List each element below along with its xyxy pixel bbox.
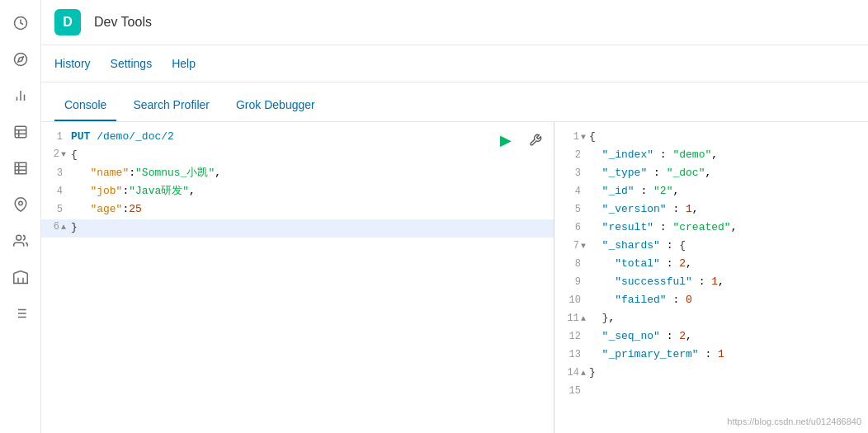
nav-help[interactable]: Help — [172, 54, 196, 73]
run-button[interactable]: ▶ — [494, 129, 517, 152]
tabs-bar: Console Search Profiler Grok Debugger — [41, 82, 868, 122]
clock-icon[interactable] — [6, 8, 35, 38]
code-line-5: 5 "age":25 — [41, 201, 554, 219]
sidebar — [0, 0, 41, 433]
app-logo: D — [54, 9, 81, 35]
output-line-7: 7▼ "_shards" : { — [554, 238, 868, 256]
stack-icon[interactable] — [6, 262, 35, 292]
table-icon[interactable] — [6, 117, 35, 147]
svg-point-14 — [18, 201, 22, 205]
output-code: 1▼ { 2 "_index" : "demo", 3 "_type" : "_… — [554, 122, 868, 433]
building-icon[interactable] — [6, 153, 35, 183]
output-panel: 1▼ { 2 "_index" : "demo", 3 "_type" : "_… — [554, 122, 868, 433]
code-line-4: 4 "job":"Java研发", — [41, 183, 554, 201]
output-line-3: 3 "_type" : "_doc", — [554, 165, 868, 183]
wrench-button[interactable] — [524, 129, 547, 152]
output-line-1: 1▼ { — [554, 129, 868, 147]
list-icon[interactable] — [6, 299, 35, 328]
code-line-6: 6▲ } — [41, 219, 554, 238]
app-title: Dev Tools — [94, 15, 152, 30]
svg-rect-6 — [15, 126, 26, 138]
output-line-14: 14▲ } — [554, 365, 868, 383]
nav-settings[interactable]: Settings — [111, 54, 153, 73]
svg-marker-2 — [17, 57, 22, 62]
watermark: https://blog.csdn.net/u012486840 — [727, 417, 861, 426]
editor-area: ▶ 1 PUT /demo/_doc/2 2▼ { 3 — [41, 122, 868, 433]
tab-console[interactable]: Console — [54, 90, 116, 121]
map-pin-icon[interactable] — [6, 190, 35, 219]
output-line-8: 8 "total" : 2, — [554, 256, 868, 274]
main-content: D Dev Tools History Settings Help Consol… — [41, 0, 868, 433]
output-line-15: 15 — [554, 383, 868, 401]
output-line-2: 2 "_index" : "demo", — [554, 147, 868, 165]
tab-search-profiler[interactable]: Search Profiler — [123, 90, 219, 121]
code-line-3: 3 "name":"Somnus_小凯", — [41, 165, 554, 183]
svg-point-1 — [14, 54, 26, 66]
output-line-10: 10 "failed" : 0 — [554, 292, 868, 310]
code-line-2: 2▼ { — [41, 147, 554, 165]
chart-icon[interactable] — [6, 81, 35, 111]
svg-rect-10 — [15, 162, 26, 174]
people-icon[interactable] — [6, 226, 35, 256]
output-line-13: 13 "_primary_term" : 1 — [554, 346, 868, 365]
nav-history[interactable]: History — [54, 54, 91, 73]
svg-point-15 — [16, 235, 21, 240]
code-editor[interactable]: 1 PUT /demo/_doc/2 2▼ { 3 "name":"Somnus… — [41, 122, 554, 433]
input-panel: ▶ 1 PUT /demo/_doc/2 2▼ { 3 — [41, 122, 554, 433]
output-line-12: 12 "_seq_no" : 2, — [554, 328, 868, 346]
panel-toolbar: ▶ — [494, 129, 547, 152]
output-line-9: 9 "successful" : 1, — [554, 274, 868, 292]
topbar: D Dev Tools — [41, 0, 868, 45]
output-line-11: 11▲ }, — [554, 310, 868, 328]
output-line-4: 4 "_id" : "2", — [554, 183, 868, 201]
output-wrapper: 1▼ { 2 "_index" : "demo", 3 "_type" : "_… — [554, 122, 868, 433]
output-line-6: 6 "result" : "created", — [554, 219, 868, 238]
code-line-1: 1 PUT /demo/_doc/2 — [41, 129, 554, 147]
navbar: History Settings Help — [41, 45, 868, 82]
output-line-5: 5 "_version" : 1, — [554, 201, 868, 219]
compass-icon[interactable] — [6, 45, 35, 74]
tab-grok-debugger[interactable]: Grok Debugger — [226, 90, 325, 121]
